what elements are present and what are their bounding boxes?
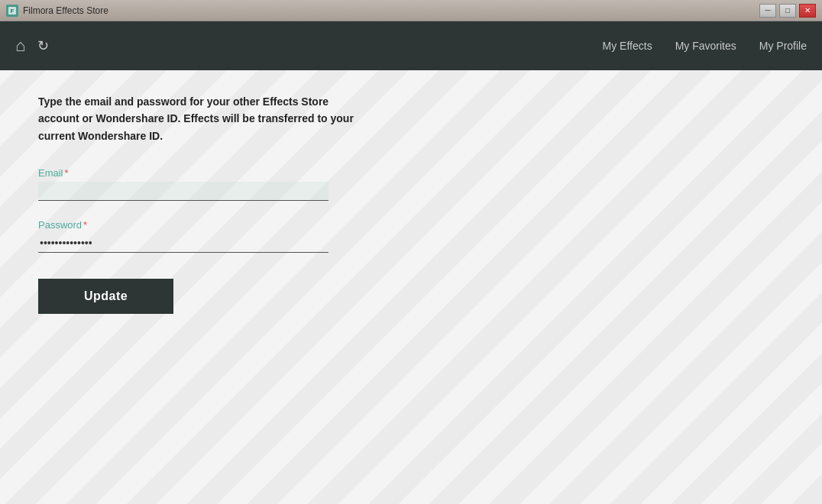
email-label: Email* (38, 167, 359, 179)
content-area: Type the email and password for your oth… (0, 70, 822, 504)
titlebar-left: F Filmora Effects Store (6, 5, 108, 17)
password-required: * (83, 219, 87, 231)
home-icon[interactable]: ⌂ (15, 36, 25, 56)
window-controls: ─ □ ✕ (759, 4, 816, 18)
titlebar: F Filmora Effects Store ─ □ ✕ (0, 0, 822, 21)
password-input[interactable] (38, 234, 328, 253)
my-effects-link[interactable]: My Effects (603, 40, 652, 52)
window-title: Filmora Effects Store (23, 5, 108, 16)
my-profile-link[interactable]: My Profile (759, 40, 807, 52)
password-label: Password* (38, 219, 359, 231)
navbar-right: My Effects My Favorites My Profile (603, 40, 807, 52)
password-group: Password* (38, 219, 359, 253)
refresh-icon[interactable]: ↻ (37, 37, 49, 54)
email-group: Email* (38, 167, 359, 201)
navbar-left: ⌂ ↻ (15, 36, 49, 56)
close-button[interactable]: ✕ (799, 4, 816, 18)
form-container: Type the email and password for your oth… (0, 70, 397, 337)
description-text: Type the email and password for your oth… (38, 93, 359, 144)
email-input[interactable] (38, 182, 328, 201)
email-required: * (65, 167, 69, 179)
svg-text:F: F (11, 8, 15, 15)
navbar: ⌂ ↻ My Effects My Favorites My Profile (0, 21, 822, 70)
update-button[interactable]: Update (38, 279, 173, 314)
app-window: ⌂ ↻ My Effects My Favorites My Profile T… (0, 21, 822, 504)
my-favorites-link[interactable]: My Favorites (675, 40, 736, 52)
app-icon: F (6, 5, 18, 17)
restore-button[interactable]: □ (779, 4, 796, 18)
minimize-button[interactable]: ─ (759, 4, 776, 18)
